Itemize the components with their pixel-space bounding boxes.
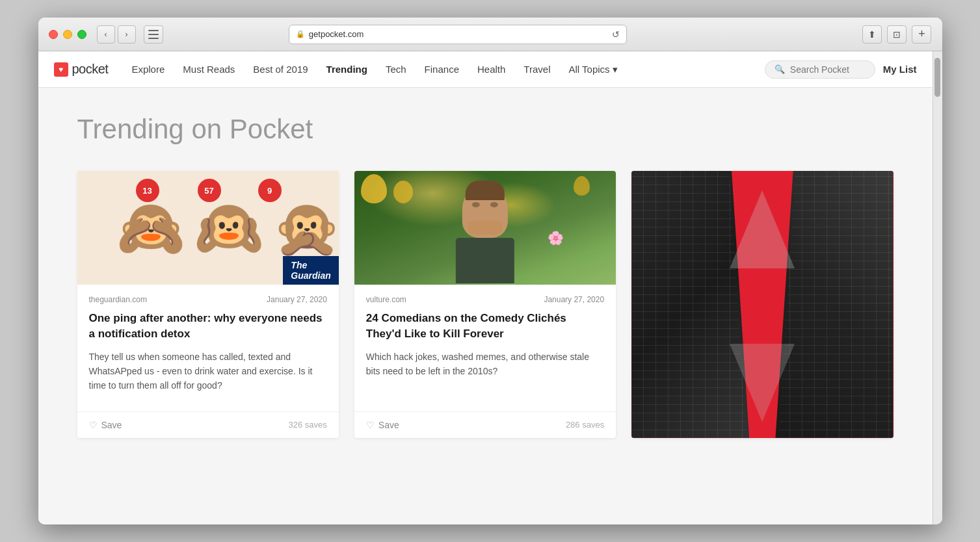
reload-button[interactable]: ↺ xyxy=(612,29,620,40)
save-label-2: Save xyxy=(378,420,399,430)
nav-explore[interactable]: Explore xyxy=(124,60,172,79)
article-card-3: hbr.org January 27, 2020 The Power of De… xyxy=(631,171,893,438)
building-grid-right xyxy=(778,171,893,438)
search-input[interactable] xyxy=(790,64,866,75)
card-date-1: January 27, 2020 xyxy=(267,295,327,304)
page-heading: Trending on Pocket xyxy=(77,114,894,145)
nav-tech[interactable]: Tech xyxy=(378,60,414,79)
saves-count-1: 326 saves xyxy=(289,420,327,430)
card-date-2: January 27, 2020 xyxy=(544,295,604,304)
scrollbar-thumb[interactable] xyxy=(934,58,940,97)
titlebar: ‹ › 🔒 getpocket.com ↺ ⬆ ⊡ + xyxy=(38,18,942,51)
back-button[interactable]: ‹ xyxy=(97,25,115,44)
nav-travel[interactable]: Travel xyxy=(516,60,558,79)
address-bar[interactable]: 🔒 getpocket.com ↺ xyxy=(289,25,627,44)
save-label-1: Save xyxy=(101,420,122,430)
card-footer-2: ♡ Save 286 saves xyxy=(354,411,616,438)
saves-count-2: 286 saves xyxy=(566,420,604,430)
maximize-button[interactable] xyxy=(77,30,86,39)
nav-health[interactable]: Health xyxy=(470,60,513,79)
save-button-2[interactable]: ♡ Save xyxy=(366,420,399,430)
nav-links: Explore Must Reads Best of 2019 Trending… xyxy=(124,60,764,79)
nav-trending[interactable]: Trending xyxy=(319,60,375,79)
url-text: getpocket.com xyxy=(309,29,364,39)
navbar: ♥ pocket Explore Must Reads Best of 2019… xyxy=(38,51,933,88)
article-card: 13 57 9 🙈 🙉 🙊 TheGuardian theguardian.co… xyxy=(77,171,339,438)
card-body-1: theguardian.com January 27, 2020 One pin… xyxy=(77,285,339,404)
main-content: Trending on Pocket 13 57 9 🙈 🙉 🙊 TheGuar… xyxy=(38,88,933,524)
card-meta-1: theguardian.com January 27, 2020 xyxy=(89,295,327,304)
svg-rect-1 xyxy=(148,34,159,35)
card-source-2: vulture.com xyxy=(366,295,406,304)
cards-grid: 13 57 9 🙈 🙉 🙊 TheGuardian theguardian.co… xyxy=(77,171,894,438)
guardian-logo: TheGuardian xyxy=(283,256,338,285)
card-title-1: One ping after another: why everyone nee… xyxy=(89,311,327,342)
my-list-button[interactable]: My List xyxy=(883,64,917,75)
page: ♥ pocket Explore Must Reads Best of 2019… xyxy=(38,51,933,524)
logo-text: pocket xyxy=(72,62,109,77)
all-topics-label: All Topics xyxy=(568,64,609,75)
browser-window: ‹ › 🔒 getpocket.com ↺ ⬆ ⊡ + ♥ pocket xyxy=(38,18,942,524)
card-excerpt-1: They tell us when someone has called, te… xyxy=(89,350,327,393)
card-title-2: 24 Comedians on the Comedy Clichés They'… xyxy=(366,311,604,342)
lock-icon: 🔒 xyxy=(296,30,305,38)
article-card-2: 🌸 vulture.com January 27, 2020 24 Comedi… xyxy=(354,171,616,438)
search-box[interactable]: 🔍 xyxy=(765,60,875,79)
nav-best-2019[interactable]: Best of 2019 xyxy=(245,60,315,79)
forward-button[interactable]: › xyxy=(118,25,136,44)
search-icon: 🔍 xyxy=(775,64,785,74)
card-footer-1: ♡ Save 326 saves xyxy=(77,411,339,438)
logo-icon: ♥ xyxy=(54,62,68,77)
card-source-1: theguardian.com xyxy=(89,295,147,304)
card-image-2: 🌸 xyxy=(354,171,616,285)
share-button[interactable]: ⬆ xyxy=(862,25,882,44)
browser-nav: ‹ › xyxy=(97,25,136,44)
nav-must-reads[interactable]: Must Reads xyxy=(175,60,243,79)
chevron-down-icon: ▾ xyxy=(613,64,618,75)
content-area: ♥ pocket Explore Must Reads Best of 2019… xyxy=(38,51,942,524)
fullscreen-button[interactable]: ⊡ xyxy=(887,25,907,44)
close-button[interactable] xyxy=(49,30,58,39)
card-body-2: vulture.com January 27, 2020 24 Comedian… xyxy=(354,285,616,404)
card-image-3 xyxy=(631,171,893,438)
nav-finance[interactable]: Finance xyxy=(417,60,467,79)
save-button-1[interactable]: ♡ Save xyxy=(89,420,122,430)
titlebar-right-buttons: ⬆ ⊡ + xyxy=(862,25,931,44)
save-icon-2: ♡ xyxy=(366,420,375,430)
sidebar-toggle-button[interactable] xyxy=(144,25,163,44)
nav-all-topics[interactable]: All Topics ▾ xyxy=(561,60,625,79)
traffic-lights xyxy=(49,30,86,39)
scrollbar-track xyxy=(933,51,942,524)
svg-rect-2 xyxy=(148,38,159,39)
logo[interactable]: ♥ pocket xyxy=(54,62,109,77)
svg-rect-0 xyxy=(148,30,159,31)
card-meta-2: vulture.com January 27, 2020 xyxy=(366,295,604,304)
minimize-button[interactable] xyxy=(63,30,72,39)
nav-right: 🔍 My List xyxy=(765,60,917,79)
save-icon-1: ♡ xyxy=(89,420,98,430)
card-image-1: 13 57 9 🙈 🙉 🙊 TheGuardian xyxy=(77,171,339,285)
new-tab-button[interactable]: + xyxy=(912,25,931,44)
card-excerpt-2: Which hack jokes, washed memes, and othe… xyxy=(366,350,604,393)
